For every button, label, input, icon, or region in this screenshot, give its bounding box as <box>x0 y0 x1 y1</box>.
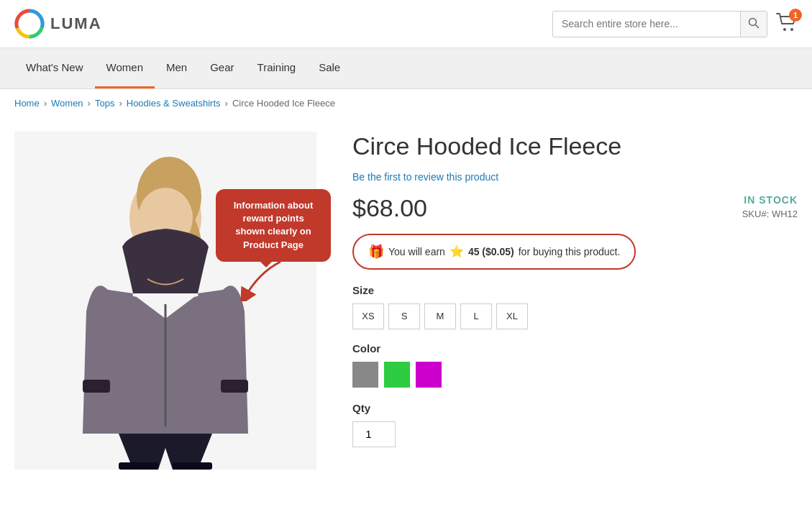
sku: SKU#: WH12 <box>742 209 798 219</box>
size-xs[interactable]: XS <box>352 303 384 329</box>
logo: LUMA <box>14 9 102 39</box>
product-price: $68.00 <box>352 194 427 222</box>
color-options <box>352 362 798 388</box>
nav-item-sale[interactable]: Sale <box>307 48 352 88</box>
callout-container: Information about reward points shown cl… <box>216 189 331 262</box>
size-m[interactable]: M <box>424 303 456 329</box>
breadcrumb-home[interactable]: Home <box>14 98 40 109</box>
breadcrumb-sep-2: › <box>88 98 91 109</box>
breadcrumb-women[interactable]: Women <box>51 98 83 109</box>
qty-section: Qty <box>352 402 798 447</box>
main-navigation: What's New Women Men Gear Training Sale <box>0 48 812 89</box>
cart-button[interactable]: 1 <box>776 13 798 35</box>
product-details: Circe Hooded Ice Fleece Be the first to … <box>352 132 798 470</box>
qty-input[interactable] <box>352 421 396 447</box>
logo-text: LUMA <box>50 14 102 33</box>
price-stock-row: $68.00 IN STOCK SKU#: WH12 <box>352 194 798 222</box>
nav-link-men[interactable]: Men <box>155 48 199 86</box>
callout-text: Information about reward points shown cl… <box>234 200 314 250</box>
breadcrumb-sep-3: › <box>119 98 122 109</box>
header-right: 1 <box>552 11 798 37</box>
svg-point-1 <box>22 17 37 31</box>
color-swatch-green[interactable] <box>384 362 410 388</box>
gift-icon: 🎁 <box>368 244 384 260</box>
product-image-section: Information about reward points shown cl… <box>14 132 324 470</box>
breadcrumb-hoodies[interactable]: Hoodies & Sweatshirts <box>127 98 221 109</box>
reward-points-value: 45 ($0.05) <box>468 246 514 257</box>
cart-count-badge: 1 <box>789 9 802 22</box>
sku-value: WH12 <box>772 209 798 219</box>
breadcrumb-sep-1: › <box>44 98 47 109</box>
size-xl[interactable]: XL <box>496 303 528 329</box>
nav-item-women[interactable]: Women <box>95 48 155 88</box>
review-link[interactable]: Be the first to review this product <box>352 171 798 183</box>
svg-rect-11 <box>83 380 110 393</box>
callout-arrow <box>237 258 295 301</box>
breadcrumb: Home › Women › Tops › Hoodies & Sweatshi… <box>0 89 812 117</box>
reward-text-before: You will earn <box>388 246 445 257</box>
svg-point-4 <box>783 28 786 31</box>
star-icon: ⭐ <box>450 244 464 258</box>
reward-points-box: 🎁 You will earn ⭐ 45 ($0.05) for buying … <box>352 234 636 270</box>
search-form <box>552 11 767 37</box>
color-swatch-purple[interactable] <box>416 362 442 388</box>
search-input[interactable] <box>553 12 740 35</box>
callout-bubble: Information about reward points shown cl… <box>216 189 331 262</box>
svg-point-5 <box>790 28 793 31</box>
nav-item-men[interactable]: Men <box>155 48 199 88</box>
nav-item-training[interactable]: Training <box>246 48 308 88</box>
nav-item-whats-new[interactable]: What's New <box>14 48 95 88</box>
header: LUMA 1 <box>0 0 812 48</box>
nav-item-gear[interactable]: Gear <box>199 48 245 88</box>
breadcrumb-sep-4: › <box>225 98 228 109</box>
nav-link-gear[interactable]: Gear <box>199 48 245 86</box>
reward-text-after: for buying this product. <box>519 246 621 257</box>
qty-label: Qty <box>352 402 798 414</box>
nav-link-women[interactable]: Women <box>95 48 155 88</box>
size-s[interactable]: S <box>388 303 420 329</box>
svg-point-2 <box>749 18 757 25</box>
product-layout: Information about reward points shown cl… <box>0 117 812 484</box>
product-title: Circe Hooded Ice Fleece <box>352 132 798 161</box>
size-l[interactable]: L <box>460 303 492 329</box>
svg-line-3 <box>756 24 759 28</box>
size-options: XS S M L XL <box>352 303 798 329</box>
size-label: Size <box>352 284 798 296</box>
nav-link-sale[interactable]: Sale <box>307 48 352 86</box>
breadcrumb-tops[interactable]: Tops <box>95 98 114 109</box>
color-label: Color <box>352 342 798 355</box>
stock-info: IN STOCK SKU#: WH12 <box>742 194 798 219</box>
nav-link-whats-new[interactable]: What's New <box>14 48 95 86</box>
color-swatch-gray[interactable] <box>352 362 378 388</box>
svg-rect-14 <box>173 462 212 470</box>
search-icon <box>748 17 759 29</box>
svg-rect-13 <box>119 462 158 470</box>
sku-label: SKU#: <box>742 209 770 219</box>
nav-link-training[interactable]: Training <box>246 48 308 86</box>
stock-status: IN STOCK <box>742 194 798 206</box>
svg-rect-12 <box>221 380 248 393</box>
breadcrumb-current: Circe Hooded Ice Fleece <box>232 98 335 109</box>
logo-icon <box>14 9 45 39</box>
search-button[interactable] <box>740 12 767 37</box>
